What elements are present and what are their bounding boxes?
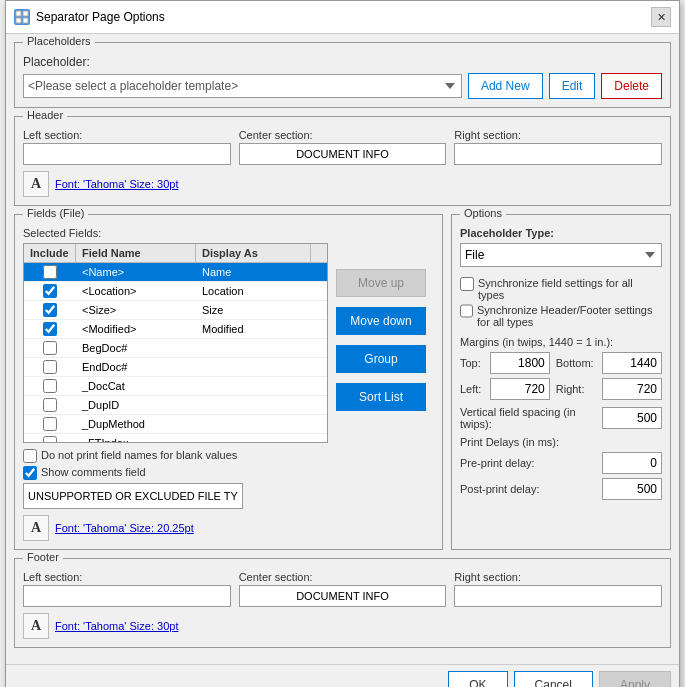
print-delays-label: Print Delays (in ms):: [460, 436, 662, 448]
footer-center-col: Center section:: [239, 571, 447, 607]
margins-grid: Top: Bottom: Left: Right:: [460, 352, 662, 400]
table-row[interactable]: <Location> Location: [24, 282, 327, 301]
move-up-button[interactable]: Move up: [336, 269, 426, 297]
move-down-button[interactable]: Move down: [336, 307, 426, 335]
row-display: [196, 403, 327, 407]
row-name: <Size>: [76, 302, 196, 318]
header-center-label: Center section:: [239, 129, 447, 141]
dialog: Separator Page Options ✕ Placeholders Pl…: [5, 0, 680, 687]
close-button[interactable]: ✕: [651, 7, 671, 27]
post-print-input[interactable]: [602, 478, 662, 500]
fields-options-row: Fields (File) Selected Fields: Include F…: [14, 214, 671, 558]
row-include-check[interactable]: [43, 341, 57, 355]
cancel-button[interactable]: Cancel: [514, 671, 593, 687]
fields-group: Fields (File) Selected Fields: Include F…: [14, 214, 443, 550]
row-name: BegDoc#: [76, 340, 196, 356]
header-label: Header: [23, 109, 67, 121]
row-display: Size: [196, 302, 327, 318]
group-button[interactable]: Group: [336, 345, 426, 373]
do-not-print-check[interactable]: [23, 449, 37, 463]
options-label: Options: [460, 207, 506, 219]
sync-field-check[interactable]: [460, 277, 474, 291]
header-font-label[interactable]: Font: 'Tahoma' Size: 30pt: [55, 178, 178, 190]
right-input[interactable]: [602, 378, 662, 400]
footer-font-button[interactable]: A: [23, 613, 49, 639]
table-row[interactable]: EndDoc#: [24, 358, 327, 377]
right-label: Right:: [556, 383, 596, 395]
post-print-label: Post-print delay:: [460, 483, 596, 495]
show-comments-check[interactable]: [23, 466, 37, 480]
header-center-input[interactable]: [239, 143, 447, 165]
header-left-input[interactable]: [23, 143, 231, 165]
bottom-input[interactable]: [602, 352, 662, 374]
footer-left-input[interactable]: [23, 585, 231, 607]
edit-button[interactable]: Edit: [549, 73, 596, 99]
placeholder-select[interactable]: <Please select a placeholder template>: [23, 74, 462, 98]
footer-left-col: Left section:: [23, 571, 231, 607]
comment-input[interactable]: [23, 483, 243, 509]
table-row[interactable]: <Modified> Modified: [24, 320, 327, 339]
footer-font-label[interactable]: Font: 'Tahoma' Size: 30pt: [55, 620, 178, 632]
add-new-button[interactable]: Add New: [468, 73, 543, 99]
left-input[interactable]: [490, 378, 550, 400]
header-center-col: Center section:: [239, 129, 447, 165]
table-row[interactable]: _FTIndex: [24, 434, 327, 443]
table-row[interactable]: BegDoc#: [24, 339, 327, 358]
sync-header-check[interactable]: [460, 304, 473, 318]
svg-rect-3: [23, 18, 28, 23]
header-right-input[interactable]: [454, 143, 662, 165]
col-include: Include: [24, 244, 76, 262]
pre-print-input[interactable]: [602, 452, 662, 474]
row-include-check[interactable]: [43, 284, 57, 298]
titlebar-left: Separator Page Options: [14, 9, 165, 25]
left-label: Left:: [460, 383, 484, 395]
footer-right-col: Right section:: [454, 571, 662, 607]
placeholders-label: Placeholders: [23, 35, 95, 47]
footer-group: Footer Left section: Center section: Rig…: [14, 558, 671, 648]
vertical-spacing-input[interactable]: [602, 407, 662, 429]
apply-button[interactable]: Apply: [599, 671, 671, 687]
table-row[interactable]: <Size> Size: [24, 301, 327, 320]
row-include-check[interactable]: [43, 436, 57, 443]
header-font-button[interactable]: A: [23, 171, 49, 197]
row-include-check[interactable]: [43, 303, 57, 317]
row-name: _DupMethod: [76, 416, 196, 432]
table-row[interactable]: _DupID: [24, 396, 327, 415]
col-display: Display As: [196, 244, 311, 262]
table-row[interactable]: _DupMethod: [24, 415, 327, 434]
delete-button[interactable]: Delete: [601, 73, 662, 99]
top-input[interactable]: [490, 352, 550, 374]
margins-label: Margins (in twips, 1440 = 1 in.):: [460, 336, 662, 348]
row-include-check[interactable]: [43, 360, 57, 374]
fields-table-area: Include Field Name Display As <Name> Na: [23, 243, 434, 443]
top-label: Top:: [460, 357, 484, 369]
table-row[interactable]: _DocCat: [24, 377, 327, 396]
table-row[interactable]: <Name> Name: [24, 263, 327, 282]
row-include-check[interactable]: [43, 398, 57, 412]
sort-list-button[interactable]: Sort List: [336, 383, 426, 411]
ok-button[interactable]: OK: [448, 671, 507, 687]
app-icon: [14, 9, 30, 25]
header-left-col: Left section:: [23, 129, 231, 165]
row-display: Modified: [196, 321, 327, 337]
row-display: [196, 384, 327, 388]
row-include-check[interactable]: [43, 379, 57, 393]
footer-center-input[interactable]: [239, 585, 447, 607]
svg-rect-0: [16, 11, 21, 16]
type-select[interactable]: File: [460, 243, 662, 267]
header-right-col: Right section:: [454, 129, 662, 165]
placeholder-type-label: Placeholder Type:: [460, 227, 662, 239]
row-name: _FTIndex: [76, 435, 196, 443]
footer-right-input[interactable]: [454, 585, 662, 607]
row-include-check[interactable]: [43, 417, 57, 431]
footer-right-label: Right section:: [454, 571, 662, 583]
sync-header-label: Synchronize Header/Footer settings for a…: [477, 304, 662, 328]
header-group: Header Left section: Center section: Rig…: [14, 116, 671, 206]
row-include-check[interactable]: [43, 265, 57, 279]
footer-center-label: Center section:: [239, 571, 447, 583]
fields-font-button[interactable]: A: [23, 515, 49, 541]
row-include-check[interactable]: [43, 322, 57, 336]
field-action-buttons: Move up Move down Group Sort List: [328, 243, 434, 443]
fields-font-label[interactable]: Font: 'Tahoma' Size: 20.25pt: [55, 522, 194, 534]
footer-label: Footer: [23, 551, 63, 563]
